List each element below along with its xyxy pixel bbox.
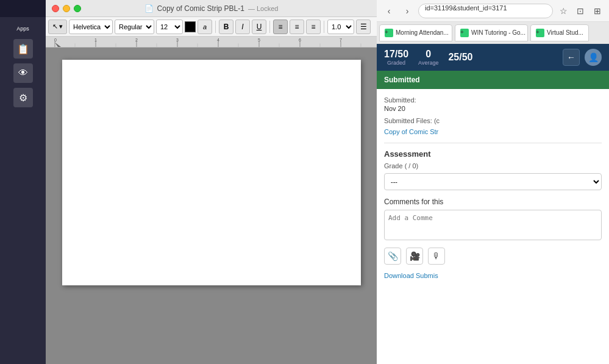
bookmark-button[interactable]: ☆	[557, 4, 570, 18]
tab-morning-attendance[interactable]: + Morning Attendan...	[379, 24, 452, 41]
list-button[interactable]: ☰	[356, 20, 371, 34]
submitted-date-value: Nov 20	[384, 105, 602, 112]
title-bar: 📄 Copy of Comic Strip PBL-1 — Locked	[46, 0, 377, 17]
attach-file-button[interactable]: 📎	[384, 248, 401, 265]
divider-1	[384, 143, 602, 143]
url-bar[interactable]: id=31199&student_id=3171	[418, 4, 553, 18]
ruler: 0 1 2 3 4 5 6 7	[46, 37, 377, 48]
tab-icon-virtual: +	[536, 29, 544, 37]
toolbar-separator-1	[215, 21, 216, 33]
highlight-button[interactable]: a	[198, 20, 212, 34]
text-color-swatch[interactable]	[185, 21, 196, 32]
cursor-tool-button[interactable]: ↖▾	[48, 20, 67, 34]
total-score-block: 25/50	[448, 52, 472, 63]
browser-urlbar: ‹ › id=31199&student_id=3171 ☆ ⊡ ⊞	[377, 0, 609, 22]
browser-tabs: + Morning Attendan... + WIN Tutoring - G…	[377, 22, 609, 44]
average-score-block: 0 Average	[418, 49, 438, 66]
toolbar-separator-3	[324, 21, 324, 33]
maximize-button[interactable]	[74, 5, 81, 12]
grade-select[interactable]: ---	[384, 173, 602, 190]
document-page	[62, 60, 361, 285]
lms-header: 17/50 Graded 0 Average 25/50 ← 👤	[377, 44, 609, 71]
svg-text:2: 2	[135, 38, 138, 42]
underline-button[interactable]: U	[252, 20, 266, 34]
extensions-button[interactable]: ⊞	[591, 4, 604, 18]
toolbar-separator-2	[269, 21, 270, 33]
lms-nav-group: ← 👤	[563, 49, 602, 66]
italic-button[interactable]: I	[235, 20, 250, 34]
svg-text:0: 0	[54, 38, 57, 42]
document-area	[46, 48, 377, 364]
tab-win-tutoring[interactable]: + WIN Tutoring - Go...	[455, 24, 528, 41]
grade-label: Grade ( / 0)	[384, 162, 602, 170]
svg-text:3: 3	[176, 38, 179, 42]
lms-avatar: 👤	[585, 49, 602, 66]
svg-text:5: 5	[258, 38, 260, 42]
tab-icon-morning: +	[385, 29, 393, 37]
tab-virtual-studio[interactable]: + Virtual Stud...	[530, 24, 589, 41]
svg-text:1: 1	[94, 38, 97, 42]
record-audio-button[interactable]: 🎙	[428, 248, 445, 265]
share-button[interactable]: ⊡	[574, 4, 587, 18]
bold-button[interactable]: B	[219, 20, 233, 34]
lms-scores: 17/50 Graded 0 Average 25/50	[384, 49, 472, 66]
download-submission-link[interactable]: Download Submis	[384, 272, 602, 279]
lms-content: Submitted Submitted: Nov 20 Submitted Fi…	[377, 71, 609, 364]
browser-panel: ‹ › id=31199&student_id=3171 ☆ ⊡ ⊞ + Mor…	[377, 0, 609, 364]
forward-button[interactable]: ›	[400, 4, 415, 18]
traffic-lights	[52, 5, 81, 12]
submitted-files-label: Submitted Files: (c	[384, 117, 602, 124]
record-video-button[interactable]: 🎥	[406, 248, 423, 265]
comments-label: Comments for this	[384, 198, 602, 206]
line-spacing-select[interactable]: 1.0	[327, 20, 354, 34]
align-right-button[interactable]: ≡	[306, 20, 321, 34]
document-icon: 📄	[144, 4, 154, 13]
assessment-title: Assessment	[384, 149, 602, 159]
back-button[interactable]: ‹	[382, 4, 396, 18]
comment-actions: 📎 🎥 🎙	[384, 248, 602, 265]
minimize-button[interactable]	[63, 5, 70, 12]
apps-label: Apps	[16, 26, 29, 32]
font-family-select[interactable]: Helvetica	[69, 20, 113, 34]
eye-icon[interactable]: 👁	[13, 63, 33, 83]
svg-text:7: 7	[340, 38, 342, 42]
close-button[interactable]	[52, 5, 59, 12]
font-size-select[interactable]: 12	[156, 20, 183, 34]
formatting-toolbar: ↖▾ Helvetica Regular 12 a B I U ≡ ≡ ≡ 1.…	[46, 17, 377, 37]
canvas-sidebar: Apps 📋 👁 ⚙	[0, 17, 46, 364]
submitted-file-link[interactable]: Copy of Comic Str	[384, 128, 438, 135]
comments-textarea[interactable]	[384, 210, 602, 240]
lms-back-button[interactable]: ←	[563, 49, 580, 66]
svg-text:6: 6	[299, 38, 301, 42]
svg-text:4: 4	[217, 38, 219, 42]
window-title: 📄 Copy of Comic Strip PBL-1 — Locked	[144, 4, 279, 13]
submitted-date-label: Submitted:	[384, 96, 602, 104]
submitted-banner: Submitted	[377, 71, 609, 89]
graded-score-block: 17/50 Graded	[384, 49, 408, 66]
settings-icon[interactable]: ⚙	[13, 88, 33, 107]
align-center-button[interactable]: ≡	[290, 20, 304, 34]
align-left-button[interactable]: ≡	[273, 20, 288, 34]
clipboard-icon[interactable]: 📋	[13, 39, 33, 59]
font-style-select[interactable]: Regular	[115, 20, 154, 34]
tab-icon-win: +	[460, 29, 469, 37]
